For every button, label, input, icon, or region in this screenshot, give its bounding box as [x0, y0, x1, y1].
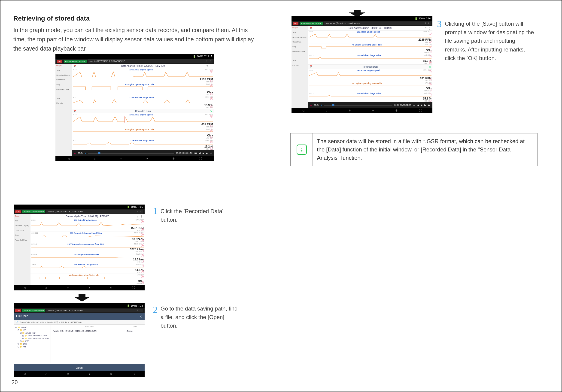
sidebar-text2[interactable]: Text [56, 97, 71, 100]
android-navbar: ◁ ⌂ ❄ ● ⚙ ⛶ [55, 156, 214, 161]
vin-pill[interactable]: KMHDH41CBFU293850 [64, 60, 87, 63]
sensor-row: 8000196 Actual Engine SpeedMAX: 2777 213… [72, 68, 214, 83]
footer-rule [7, 377, 555, 377]
playback-bar[interactable]: ▲ 33.5s ● 00:00:00/00:01:58 ⏮ ◀ ■ ▶ ⏭ [72, 150, 214, 156]
file-open-breadcrumb: 📄GscanData > Record > HY > Avante (MD) >… [14, 320, 145, 325]
page-number: 20 [12, 379, 18, 386]
step-1-number: 1 [153, 206, 158, 216]
step-3-text: Clicking of the [Save] button will promp… [445, 19, 535, 62]
zoom-out-icon[interactable]: − [210, 80, 213, 82]
seek-slider[interactable] [88, 153, 174, 153]
fastfwd-icon[interactable]: ⏭ [210, 152, 212, 154]
sensor-row: 40 Engine Operating State - IdleMAX: ON … [72, 128, 214, 139]
flag-b-icon[interactable]: ● [85, 152, 86, 154]
intro-paragraph: In the graph mode, you can call the exis… [13, 25, 260, 53]
tip-text: The sensor data will be stored in a file… [313, 133, 537, 166]
android-statusbar: 🔋 100% 7:16 ▝ [55, 54, 214, 59]
recorded-data-header: 📅 Recorded Data ✕ [72, 109, 214, 113]
play-icon[interactable]: ▶ [206, 152, 208, 155]
sidebar-text[interactable]: Text [56, 69, 71, 71]
voltage-indicator: 7.0V [57, 60, 62, 63]
battery-icon: 🔋 [193, 55, 196, 58]
up-icon[interactable]: ↥ [209, 60, 211, 62]
close-icon[interactable]: ✕ [139, 314, 142, 319]
dot-icon[interactable]: ● [146, 157, 148, 160]
sidebar-stop[interactable]: Stop [56, 84, 71, 86]
left-sidebar: Graph Text Selective Display Clear Data … [55, 64, 72, 156]
sidebar-fileinfo[interactable]: File Info [56, 102, 71, 104]
share-icon[interactable]: ⇪ [206, 64, 208, 68]
file-row[interactable]: Avante (MD)_ENGINE_20180126-162158.GSRSe… [51, 329, 145, 333]
figure-save-prompt: 🔋100%7:16 7.0V KMHDH41CBFU293850 Avante … [292, 16, 433, 113]
folder-tree[interactable]: ⊟ 📁 Record ⊟ 📁 HY ⊟ 📁 Avante (MD) ⊟ 📁 KM… [14, 325, 51, 363]
sensor-row: 100.1218 Relative Charge ValueMAX: 67.6 … [72, 96, 214, 109]
close-icon[interactable]: ✕ [210, 110, 212, 113]
calendar-icon[interactable]: 📅 [73, 110, 76, 112]
menu-dots-icon[interactable]: ⋮ [209, 64, 212, 68]
lightbulb-icon: ♀ [297, 145, 307, 155]
signal-icon: ▝ [210, 55, 212, 58]
sensor-row: 8000196 Actual Engine SpeedMAX: 4637 631… [72, 113, 214, 128]
col-type: Type [127, 325, 143, 328]
stop-icon[interactable]: ■ [202, 152, 204, 154]
data-analysis-header: 📅 Data Analysis (Time : 00:00:16) - EBM4… [72, 64, 214, 68]
calendar-icon[interactable]: 📅 [73, 65, 76, 67]
expand-icon[interactable]: ⛶ [199, 157, 202, 160]
clock: 7:16 [204, 55, 209, 58]
battery-pct: 100% [197, 55, 203, 58]
zoom-in-icon[interactable]: + [210, 70, 213, 72]
snow-icon[interactable]: ❄ [120, 157, 122, 160]
share-icon[interactable]: ⇪ [206, 60, 208, 62]
open-button[interactable]: Open [14, 364, 145, 371]
figure-file-open: 🔋100%7:12 7.0VKMHDH41CBFU293850Avante (M… [14, 303, 145, 377]
step-3-number: 3 [437, 18, 442, 29]
step-2-text: Go to the data saving path, find a file,… [161, 304, 241, 330]
tip-box: ♀ The sensor data will be stored in a fi… [290, 133, 538, 166]
sensor-row: 40 Engine Operating State - IdleMAX: ON … [72, 83, 214, 96]
home-icon[interactable]: ⌂ [94, 157, 95, 160]
back-icon[interactable]: ◁ [68, 157, 70, 160]
sensor-row: 100.1218 Relative Charge ValueMAX: 93.1 … [72, 139, 214, 150]
flag-a-icon[interactable]: ▲ [74, 152, 76, 154]
svg-marker-2 [74, 294, 90, 301]
sidebar-recorded[interactable]: Recorded Data [56, 89, 71, 91]
arrow-down-icon [74, 294, 90, 302]
gear-icon[interactable]: ⚙ [172, 157, 175, 160]
folder-icon: 📄 [16, 321, 18, 323]
sidebar-graph[interactable]: Graph [56, 65, 71, 67]
sidebar-clear[interactable]: Clear Data [56, 79, 71, 81]
rewind-icon[interactable]: ⏮ [194, 152, 197, 154]
sidebar-selective[interactable]: Selective Display [56, 74, 71, 76]
section-title: Retrieving of stored data [13, 15, 90, 22]
file-open-title: File Open✕ [14, 313, 145, 320]
step-2-number: 2 [153, 304, 158, 315]
app-topbar: 7.0V KMHDH41CBFU293850 Avante (MD)/2015/… [55, 59, 214, 64]
step-1-text: Click the [Recorded Data] button. [161, 207, 241, 224]
file-list: FileNameType Avante (MD)_ENGINE_20180126… [51, 325, 145, 363]
tip-icon-cell: ♀ [291, 133, 313, 166]
col-filename: FileName [53, 325, 127, 328]
figure-recorded-data-button: 🔋100%7:06 7.0VKMHDH41CBFU293850Avante (M… [14, 205, 145, 290]
play-position: 33.5s [78, 152, 83, 154]
vehicle-breadcrumb: Avante (MD)/2015/G 1.6 D24/ENGINE ⇪↥ [88, 59, 212, 63]
play-total: 00:00:00/00:01:58 [176, 152, 193, 154]
figure-data-analysis-with-recorded: 🔋 100% 7:16 ▝ 7.0V KMHDH41CBFU293850 Ava… [55, 54, 214, 161]
prev-icon[interactable]: ◀ [199, 152, 200, 155]
